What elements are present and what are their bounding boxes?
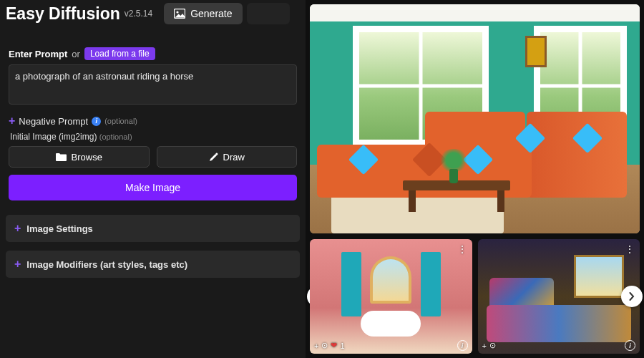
draw-button[interactable]: Draw [157,146,298,168]
image-icon [174,9,185,19]
image-modifiers-label: Image Modifiers (art styles, tags etc) [26,259,187,270]
thumbnail-footer: + ⊙ ❤ 1 i [314,340,468,351]
generated-image-main[interactable] [310,4,640,233]
folder-icon [56,153,67,161]
initial-image-label: Initial Image (img2img) [10,132,97,142]
scene-painting [525,36,547,67]
add-icon[interactable]: + [482,342,487,350]
image-settings-label: Image Settings [26,223,92,234]
scene-table [403,180,510,212]
initial-image-optional: (optional) [99,132,132,141]
scene-vase [449,169,458,183]
tab-generate[interactable]: Generate [164,3,242,24]
heart-icon[interactable]: ❤ [331,341,337,350]
info-icon[interactable]: i [457,340,468,351]
like-count: 1 [340,342,344,350]
plus-icon: + [9,115,15,127]
thumbnail-row: ⋮ + ⊙ ❤ 1 i ⋮ + ⊙ i [310,239,640,354]
negative-prompt-toggle[interactable]: + Negative Prompt i (optional) [9,115,297,127]
image-modifiers-panel[interactable]: + Image Modifiers (art styles, tags etc) [6,251,300,278]
right-panel: ⋮ + ⊙ ❤ 1 i ⋮ + ⊙ i [306,0,644,358]
prompt-section: Enter Prompt or Load from a file + Negat… [0,42,306,206]
app-version: v2.5.14 [125,9,152,19]
svg-point-1 [177,11,179,13]
browse-button[interactable]: Browse [9,146,150,168]
add-icon[interactable]: + [314,342,318,350]
plus-icon: + [14,222,21,235]
scene-sofa-side [527,112,627,198]
negative-optional: (optional) [104,117,137,125]
thumbnail-2[interactable]: ⋮ + ⊙ i [478,239,640,354]
prompt-label: Enter Prompt [9,49,67,59]
tab-generate-label: Generate [190,8,232,19]
prompt-or: or [72,49,80,59]
image-settings-panel[interactable]: + Image Settings [6,215,300,242]
draw-label: Draw [223,152,245,163]
app-title: Easy Diffusion [6,4,120,24]
chevron-right-icon [629,292,635,301]
prompt-input[interactable] [9,64,297,105]
header: Easy Diffusion v2.5.14 Generate [0,0,306,27]
tab-ghost[interactable] [247,3,290,24]
prompt-label-row: Enter Prompt or Load from a file [9,47,297,60]
info-icon[interactable]: i [625,340,635,351]
make-image-button[interactable]: Make Image [9,175,297,200]
thumbnail-menu-icon[interactable]: ⋮ [457,243,468,255]
thumbnail-2-scene [478,239,640,354]
left-panel: Easy Diffusion v2.5.14 Generate Enter Pr… [0,0,306,358]
plus-icon: + [14,258,21,271]
thumbnail-1[interactable]: ⋮ + ⊙ ❤ 1 i [310,239,472,354]
thumbnail-1-scene [310,239,472,354]
thumbnail-menu-icon[interactable]: ⋮ [625,243,635,255]
pencil-icon [209,153,218,162]
carousel-next-button[interactable] [621,286,643,307]
circle-icon[interactable]: ⊙ [321,341,328,350]
negative-prompt-label: Negative Prompt [19,116,88,127]
load-from-file-chip[interactable]: Load from a file [84,47,155,60]
tab-row: Generate [164,3,289,24]
browse-label: Browse [72,152,102,163]
initial-image-buttons: Browse Draw [9,146,297,168]
thumbnail-footer: + ⊙ i [482,340,636,351]
info-icon[interactable]: i [92,117,101,126]
initial-image-label-row: Initial Image (img2img) (optional) [10,132,297,142]
circle-icon[interactable]: ⊙ [489,341,496,350]
scene-ceiling [310,4,640,21]
